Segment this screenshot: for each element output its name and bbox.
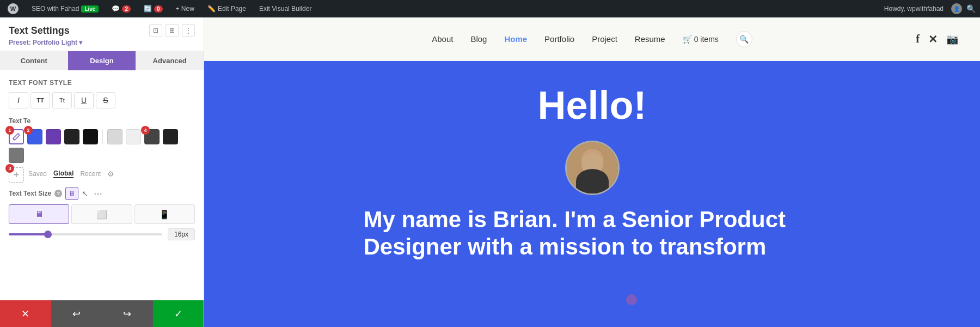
redo-btn[interactable]: ↪ <box>102 300 153 327</box>
new-label: + New <box>176 5 194 13</box>
swatch-purple[interactable] <box>46 129 61 144</box>
nav-search-btn[interactable]: 🔍 <box>736 31 752 47</box>
help-icon[interactable]: ? <box>54 190 62 197</box>
size-menu-dots[interactable]: ⋯ <box>94 189 102 199</box>
exit-builder-label: Exit Visual Builder <box>259 5 312 13</box>
panel-minimize-btn[interactable]: ⊡ <box>149 24 162 37</box>
add-color-wrapper: 3 + <box>9 167 24 183</box>
swatch-dark2[interactable] <box>83 129 98 144</box>
svg-point-2 <box>575 173 608 193</box>
svg-point-4 <box>595 157 598 160</box>
cancel-btn[interactable]: ✕ <box>0 300 51 327</box>
text-color-label: Text Text Color <box>9 117 195 125</box>
preset-arrow: ▾ <box>79 39 82 46</box>
save-btn[interactable]: ✓ <box>153 300 204 327</box>
tab-advanced[interactable]: Advanced <box>136 51 204 70</box>
tablet-btn[interactable]: ⬜ <box>71 204 132 224</box>
site-name-item[interactable]: SEO with Fahad Live <box>28 0 102 17</box>
nav-about[interactable]: About <box>432 34 453 44</box>
font-underline-btn[interactable]: U <box>74 92 94 108</box>
exit-builder-item[interactable]: Exit Visual Builder <box>256 0 315 17</box>
swatch-divider <box>102 129 103 144</box>
highlight-dot <box>626 294 637 305</box>
font-style-row: I TT Tt U S <box>9 92 195 108</box>
panel-expand-btn[interactable]: ⊞ <box>166 24 179 37</box>
slider-value: 16px <box>168 228 195 240</box>
font-capitalize-btn[interactable]: Tt <box>52 92 72 108</box>
desktop-btn[interactable]: 🖥 <box>9 204 69 224</box>
user-avatar: 👤 <box>951 3 962 14</box>
panel-header: Text Settings ⊡ ⊞ ⋮ Preset: Portfolio Li… <box>0 17 204 51</box>
swatch-light1[interactable] <box>107 129 122 144</box>
swatch-dark1[interactable] <box>64 129 79 144</box>
avatar-face <box>567 142 618 193</box>
edit-page-label: Edit Page <box>218 5 246 13</box>
slider-thumb[interactable] <box>44 231 52 238</box>
comments-item[interactable]: 💬 2 <box>108 0 134 17</box>
panel-menu-btn[interactable]: ⋮ <box>182 24 195 37</box>
edit-page-item[interactable]: ✏️ Edit Page <box>204 0 249 17</box>
badge-1: 1 <box>5 126 14 135</box>
wp-logo-item[interactable]: W <box>4 0 22 17</box>
site-name: SEO with Fahad <box>32 5 79 13</box>
new-item[interactable]: + New <box>173 0 198 17</box>
nav-portfolio[interactable]: Portfolio <box>544 34 574 44</box>
svg-point-1 <box>581 149 603 171</box>
nav-resume[interactable]: Resume <box>635 34 665 44</box>
font-italic-btn[interactable]: I <box>9 92 28 108</box>
font-style-label: Text Font Style <box>9 79 195 87</box>
device-icon-btn[interactable]: 🖥 <box>65 187 78 200</box>
panel-content: Text Font Style I TT Tt U S Text Text Co… <box>0 70 204 300</box>
color-tab-recent[interactable]: Recent <box>80 170 101 178</box>
font-uppercase-btn[interactable]: TT <box>30 92 50 108</box>
facebook-icon[interactable]: f <box>916 33 920 45</box>
revision-icon: 🔄 <box>144 5 152 13</box>
color-tab-saved[interactable]: Saved <box>28 170 47 178</box>
pencil-icon: ✏️ <box>207 5 216 13</box>
admin-bar-right: Howdy, wpwithfahad 👤 🔍 <box>881 3 976 14</box>
instagram-icon[interactable]: 📷 <box>946 33 958 45</box>
device-row: 🖥 ⬜ 📱 <box>9 204 195 224</box>
panel-title-icons: ⊡ ⊞ ⋮ <box>149 24 195 37</box>
sidebar-panel: Text Settings ⊡ ⊞ ⋮ Preset: Portfolio Li… <box>0 17 204 327</box>
panel-tabs: Content Design Advanced <box>0 51 204 70</box>
nav-cart[interactable]: 🛒 0 items <box>683 35 719 44</box>
nav-social: f ✕ 📷 <box>916 33 958 46</box>
hero-body-text: My name is Brian. I'm a Senior Product D… <box>364 206 821 261</box>
nav-blog[interactable]: Blog <box>470 34 487 44</box>
tab-content[interactable]: Content <box>0 51 68 70</box>
panel-preset[interactable]: Preset: Portfolio Light ▾ <box>9 39 195 46</box>
undo-btn[interactable]: ↩ <box>51 300 102 327</box>
admin-bar: W SEO with Fahad Live 💬 2 🔄 0 + New ✏️ E… <box>0 0 980 17</box>
cart-icon: 🛒 <box>683 35 692 44</box>
svg-point-3 <box>586 157 590 160</box>
comment-icon: 💬 <box>112 5 120 13</box>
hero-avatar <box>565 141 620 195</box>
preset-label: Preset: Portfolio Light <box>9 39 77 46</box>
admin-search-icon[interactable]: 🔍 <box>966 4 976 13</box>
font-strikethrough-btn[interactable]: S <box>96 92 115 108</box>
swatch-blue-wrapper: 2 <box>27 129 42 144</box>
color-swatch-row: 1 2 <box>9 129 195 163</box>
nav-home[interactable]: Home <box>504 34 527 44</box>
color-settings-icon[interactable]: ⚙ <box>107 169 114 178</box>
color-picker-wrapper: 1 <box>9 129 24 144</box>
hero-title: Hello! <box>537 83 646 128</box>
website-preview: About Blog Home Portfolio Project Resume… <box>204 17 980 327</box>
revisions-item[interactable]: 🔄 0 <box>140 0 166 17</box>
live-badge: Live <box>81 5 99 13</box>
panel-title-row: Text Settings ⊡ ⊞ ⋮ <box>9 24 195 37</box>
badge-2: 2 <box>24 126 33 135</box>
mobile-btn[interactable]: 📱 <box>134 204 195 224</box>
size-label: Text Text Size <box>9 190 51 197</box>
swatch-gray[interactable] <box>9 148 24 163</box>
swatch-light2[interactable] <box>126 129 141 144</box>
nav-project[interactable]: Project <box>592 34 617 44</box>
slider-row: 16px <box>9 228 195 240</box>
twitter-icon[interactable]: ✕ <box>928 33 938 46</box>
swatch-dark4[interactable] <box>163 129 178 144</box>
tab-design[interactable]: Design <box>68 51 136 70</box>
slider-track[interactable] <box>9 233 162 235</box>
color-tab-global[interactable]: Global <box>53 169 74 178</box>
color-tabs: Saved Global Recent ⚙ <box>28 169 114 178</box>
